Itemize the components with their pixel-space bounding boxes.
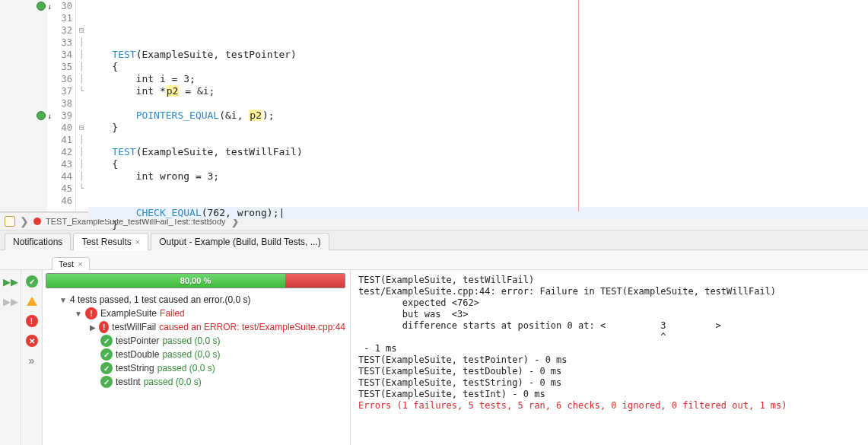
fold-bar[interactable]: ⊟││││└⊟││││└ <box>76 0 87 211</box>
test-results-panel: ▶▶ ▶▶ ✓ ! ✕ » 80,00 % ▼4 tests passed, 1… <box>0 270 868 445</box>
test-toolbar-2: ✓ ! ✕ » <box>21 270 43 445</box>
check-icon: ✓ <box>100 335 113 347</box>
tab-output-label: Output - Example (Build, Build Tests, ..… <box>159 237 321 247</box>
filter-warn-button[interactable] <box>24 293 40 310</box>
filter-passed-button[interactable]: ✓ <box>24 273 40 290</box>
filter-error-button[interactable]: ! <box>24 313 40 329</box>
chevron-right-icon: ❯ <box>20 215 29 227</box>
inner-tabs: Test× <box>0 250 868 270</box>
warning-icon <box>27 297 37 306</box>
check-icon: ✓ <box>100 362 113 374</box>
code-editor[interactable]: 30↓313233343536373839↓40414243444546 ⊟││… <box>0 0 868 212</box>
check-icon: ✓ <box>100 348 113 361</box>
tree-test-row[interactable]: ✓ testInt passed (0,0 s) <box>49 375 345 389</box>
tab-output[interactable]: Output - Example (Build, Build Tests, ..… <box>151 233 329 250</box>
test-tree[interactable]: ▼4 tests passed, 1 test caused an error.… <box>46 291 345 390</box>
tree-suite-row[interactable]: ▼! ExampleSuite Failed <box>49 307 345 320</box>
close-circle-icon: ✕ <box>26 335 38 347</box>
rerun-button[interactable]: ▶▶ <box>2 273 19 290</box>
tree-test-row[interactable]: ▶! testWillFail caused an ERROR: test/Ex… <box>49 320 345 334</box>
test-console[interactable]: TEST(ExampleSuite, testWillFail)test/Exa… <box>351 270 868 445</box>
error-icon: ! <box>26 315 38 327</box>
right-margin-guide <box>578 0 579 211</box>
stop-button[interactable]: ✕ <box>24 332 40 349</box>
test-progress-bar: 80,00 % <box>46 273 345 288</box>
tree-test-row[interactable]: ✓ testString passed (0,0 s) <box>49 361 345 375</box>
tab-test-inner-label: Test <box>59 259 74 269</box>
tab-notifications[interactable]: Notifications <box>5 233 71 250</box>
tab-test-results[interactable]: Test Results× <box>73 233 148 250</box>
summary-text: 4 tests passed, 1 test caused an error.(… <box>70 294 250 305</box>
close-icon[interactable]: × <box>135 237 140 246</box>
check-icon: ✓ <box>100 376 113 388</box>
tree-summary-row[interactable]: ▼4 tests passed, 1 test caused an error.… <box>49 293 345 307</box>
tree-test-row[interactable]: ✓ testPointer passed (0,0 s) <box>49 334 345 348</box>
progress-label: 80,00 % <box>46 274 345 288</box>
test-toolbar-1: ▶▶ ▶▶ <box>0 270 21 445</box>
check-icon: ✓ <box>26 275 38 288</box>
breadcrumb-file-icon <box>5 216 15 227</box>
more-options-button[interactable]: » <box>24 352 40 369</box>
tab-test-inner[interactable]: Test× <box>52 257 90 270</box>
close-icon[interactable]: × <box>78 259 82 269</box>
error-icon: ! <box>85 307 97 319</box>
tab-test-results-label: Test Results <box>81 237 131 247</box>
tab-notifications-label: Notifications <box>13 237 62 247</box>
error-icon: ! <box>99 321 109 333</box>
rerun-failed-button[interactable]: ▶▶ <box>2 293 19 310</box>
code-area[interactable]: TEST(ExampleSuite, testPointer) { int i … <box>87 0 868 211</box>
tree-test-row[interactable]: ✓ testDouble passed (0,0 s) <box>49 348 345 361</box>
test-tree-area: 80,00 % ▼4 tests passed, 1 test caused a… <box>43 270 351 445</box>
breakpoint-icon <box>33 218 41 225</box>
editor-left-margin <box>0 0 47 211</box>
line-number-gutter[interactable]: 30↓313233343536373839↓40414243444546 <box>47 0 76 211</box>
